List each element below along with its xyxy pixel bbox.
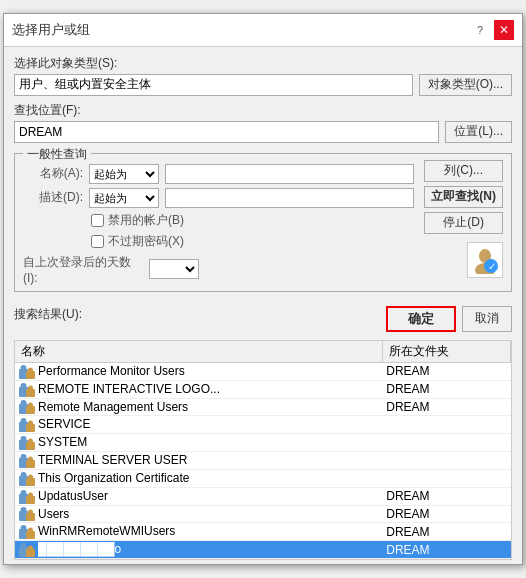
svg-point-11 <box>28 385 33 390</box>
column-button[interactable]: 列(C)... <box>424 160 503 182</box>
help-button[interactable]: ? <box>470 20 490 40</box>
results-area: 搜索结果(U): 确定 取消 名称 所在文件夹 Performance Moni… <box>4 300 522 564</box>
row-icon <box>19 543 35 557</box>
row-icon <box>19 400 35 414</box>
row-name-text: █████████o <box>38 542 121 556</box>
location-label: 查找位置(F): <box>14 102 512 119</box>
section-legend: 一般性查询 <box>23 146 91 163</box>
object-type-input-row: 对象类型(O)... <box>14 74 512 96</box>
svg-point-39 <box>28 510 33 515</box>
title-controls: ? ✕ <box>470 20 514 40</box>
table-row[interactable]: This Organization Certificate <box>15 469 511 487</box>
row-folder-cell: DREAM <box>382 541 510 559</box>
row-folder-cell <box>382 434 510 452</box>
row-folder-cell: DREAM <box>382 398 510 416</box>
row-name-cell: TERMINAL SERVER USER <box>15 452 382 470</box>
row-name-cell: Remote Management Users <box>15 398 382 416</box>
section-inner: 名称(A): 起始为 描述(D): 起始为 <box>23 160 503 285</box>
row-folder-cell <box>382 469 510 487</box>
row-folder-cell: DREAM <box>382 362 510 380</box>
table-row[interactable]: REMOTE INTERACTIVE LOGO...DREAM <box>15 380 511 398</box>
table-row[interactable]: Performance Monitor UsersDREAM <box>15 362 511 380</box>
row-name-cell: █████████o <box>15 541 382 559</box>
svg-point-35 <box>28 492 33 497</box>
avatar-icon: ✓ <box>467 242 503 278</box>
results-ok-row: 搜索结果(U): 确定 取消 <box>14 306 512 336</box>
table-row[interactable]: UpdatusUserDREAM <box>15 487 511 505</box>
object-type-input[interactable] <box>14 74 413 96</box>
table-row[interactable]: SYSTEM <box>15 434 511 452</box>
row-name-text: UpdatusUser <box>38 489 108 503</box>
ok-button[interactable]: 确定 <box>386 306 456 332</box>
svg-point-29 <box>21 472 27 478</box>
disabled-checkbox[interactable] <box>91 214 104 227</box>
row-folder-cell: DREAM <box>382 505 510 523</box>
table-header-row: 名称 所在文件夹 <box>15 341 511 363</box>
close-button[interactable]: ✕ <box>494 20 514 40</box>
table-row[interactable]: WinRMRemoteWMIUsersDREAM <box>15 523 511 541</box>
disabled-row: 禁用的帐户(B) <box>91 212 414 229</box>
object-type-label: 选择此对象类型(S): <box>14 55 512 72</box>
svg-point-33 <box>21 490 27 496</box>
svg-point-19 <box>28 421 33 426</box>
stop-button[interactable]: 停止(D) <box>424 212 503 234</box>
row-name-cell: Performance Monitor Users <box>15 362 382 380</box>
table-row[interactable]: TERMINAL SERVER USER <box>15 452 511 470</box>
name-select[interactable]: 起始为 <box>89 164 159 184</box>
desc-input[interactable] <box>165 188 414 208</box>
location-input[interactable] <box>14 121 439 143</box>
name-input[interactable] <box>165 164 414 184</box>
row-icon <box>19 365 35 379</box>
svg-point-41 <box>21 525 27 531</box>
row-folder-cell <box>382 416 510 434</box>
general-query-section: 一般性查询 名称(A): 起始为 描述(D): 起始为 <box>14 153 512 292</box>
row-icon <box>19 454 35 468</box>
svg-point-45 <box>21 543 27 549</box>
row-icon <box>19 507 35 521</box>
results-table-wrapper[interactable]: 名称 所在文件夹 Performance Monitor UsersDREAMR… <box>14 340 512 560</box>
location-button[interactable]: 位置(L)... <box>445 121 512 143</box>
results-label: 搜索结果(U): <box>14 306 380 332</box>
row-folder-cell: DREAM <box>382 523 510 541</box>
row-name-text: WinRMRemoteWMIUsers <box>38 524 175 538</box>
row-name-cell: SYSTEM <box>15 434 382 452</box>
row-folder-cell: DREAM <box>382 487 510 505</box>
table-row[interactable]: UsersDREAM <box>15 505 511 523</box>
lastlogin-label: 自上次登录后的天数(I): <box>23 254 143 285</box>
desc-label: 描述(D): <box>23 189 83 206</box>
desc-row: 描述(D): 起始为 <box>23 188 414 208</box>
svg-point-21 <box>21 436 27 442</box>
object-type-button[interactable]: 对象类型(O)... <box>419 74 512 96</box>
svg-point-5 <box>21 365 27 371</box>
desc-select[interactable]: 起始为 <box>89 188 159 208</box>
table-row[interactable]: Remote Management UsersDREAM <box>15 398 511 416</box>
svg-point-15 <box>28 403 33 408</box>
name-label: 名称(A): <box>23 165 83 182</box>
lastlogin-select[interactable] <box>149 259 199 279</box>
row-icon <box>19 383 35 397</box>
table-row[interactable]: SERVICE <box>15 416 511 434</box>
svg-point-17 <box>21 418 27 424</box>
noexpire-checkbox[interactable] <box>91 235 104 248</box>
row-name-cell: SERVICE <box>15 416 382 434</box>
row-icon <box>19 472 35 486</box>
row-name-cell: This Organization Certificate <box>15 469 382 487</box>
row-name-cell: UpdatusUser <box>15 487 382 505</box>
row-icon <box>19 525 35 539</box>
row-name-text: REMOTE INTERACTIVE LOGO... <box>38 382 220 396</box>
noexpire-row: 不过期密码(X) <box>91 233 414 250</box>
row-name-text: Remote Management Users <box>38 400 188 414</box>
row-folder-cell <box>382 452 510 470</box>
row-name-cell: REMOTE INTERACTIVE LOGO... <box>15 380 382 398</box>
row-name-cell: Users <box>15 505 382 523</box>
row-icon <box>19 436 35 450</box>
svg-point-13 <box>21 400 27 406</box>
disabled-label: 禁用的帐户(B) <box>108 212 184 229</box>
cancel-button[interactable]: 取消 <box>462 306 512 332</box>
search-now-button[interactable]: 立即查找(N) <box>424 186 503 208</box>
svg-point-9 <box>21 383 27 389</box>
table-row[interactable]: █████████oDREAM <box>15 541 511 559</box>
row-name-text: SYSTEM <box>38 435 87 449</box>
row-name-text: SERVICE <box>38 417 90 431</box>
side-buttons: 列(C)... 立即查找(N) 停止(D) ✓ <box>424 160 503 285</box>
